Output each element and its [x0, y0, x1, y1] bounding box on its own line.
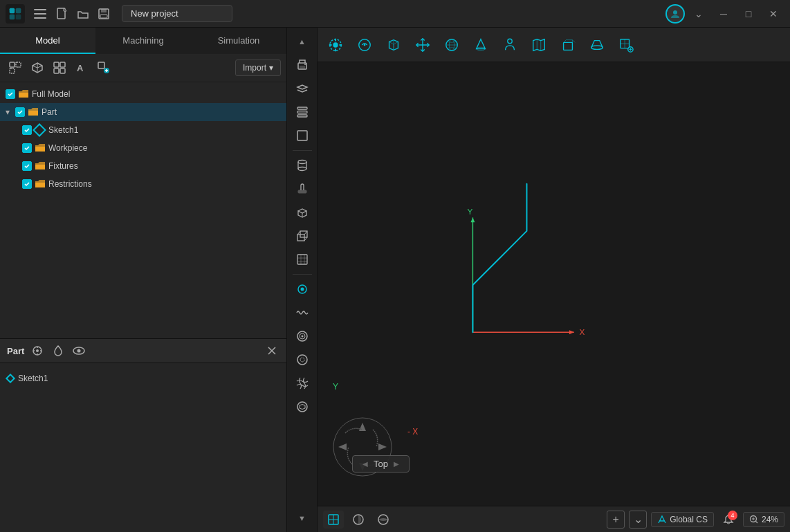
add-tool-button[interactable] [614, 33, 639, 57]
props-header: Part [0, 339, 286, 363]
maximize-button[interactable]: □ [737, 4, 760, 24]
side-toolbar: ▲ [287, 28, 318, 532]
tree-item-workpiece[interactable]: Workpiece [0, 139, 286, 157]
tree-item-full-model[interactable]: Full Model [0, 85, 286, 103]
tree-item-sketch1[interactable]: Sketch1 [0, 121, 286, 139]
view-prev-arrow[interactable]: ◀ [362, 460, 368, 468]
checkbox-restrictions[interactable] [22, 179, 32, 189]
box-button[interactable] [555, 33, 580, 57]
layers-button[interactable] [290, 77, 315, 100]
cs-selector[interactable]: Global CS [651, 512, 714, 527]
camera3-button[interactable] [290, 396, 315, 418]
side-separator-2 [293, 274, 312, 275]
scroll-down-button[interactable]: ▼ [290, 507, 315, 529]
square-button[interactable] [290, 125, 315, 147]
sphere-button[interactable] [439, 33, 464, 57]
props-close-button[interactable] [264, 343, 279, 358]
svg-rect-32 [297, 131, 307, 140]
cone-button[interactable] [468, 33, 493, 57]
material-button[interactable] [373, 511, 394, 529]
svg-point-23 [36, 349, 39, 352]
tab-machining[interactable]: Machining [95, 28, 191, 54]
tree-item-fixtures[interactable]: Fixtures [0, 157, 286, 175]
user-avatar[interactable] [665, 4, 685, 24]
viewport-toolbar [318, 28, 790, 62]
tree-label-fixtures: Fixtures [48, 161, 78, 171]
svg-point-50 [364, 44, 366, 46]
map-button[interactable] [526, 33, 551, 57]
save-button[interactable] [94, 4, 113, 24]
svg-rect-29 [297, 107, 307, 109]
props-water-button[interactable] [50, 343, 66, 358]
view-label: ◀ Top ▶ [352, 455, 410, 473]
add-cs-button[interactable]: + [607, 511, 625, 529]
cs-dropdown-button[interactable]: ⌄ [629, 511, 647, 529]
point-button[interactable] [290, 278, 315, 300]
import-button[interactable]: Import ▾ [235, 59, 281, 76]
props-visibility-button[interactable] [71, 343, 86, 358]
box3d-button[interactable] [290, 225, 315, 247]
text-tool-button[interactable]: A [72, 58, 91, 77]
folder-icon-workpiece [35, 143, 46, 153]
tree-view[interactable]: Full Model ▾ Part [0, 82, 286, 338]
new-file-button[interactable] [53, 4, 72, 24]
tree-item-restrictions[interactable]: Restrictions [0, 175, 286, 193]
measure-button[interactable] [352, 33, 377, 57]
svg-rect-9 [101, 9, 107, 12]
svg-rect-2 [10, 14, 15, 19]
lathe-button[interactable] [585, 33, 609, 57]
chevron-button[interactable]: ⌄ [688, 4, 710, 24]
viewport: X Y [318, 28, 790, 532]
tab-bar: Model Machining Simulation [0, 28, 286, 54]
tree-arrow-part[interactable]: ▾ [6, 107, 14, 117]
svg-rect-15 [54, 62, 59, 67]
tab-model[interactable]: Model [0, 28, 95, 54]
app-logo [6, 4, 25, 24]
checkbox-workpiece[interactable] [22, 143, 32, 153]
move-button[interactable] [410, 33, 435, 57]
transform-button[interactable] [381, 33, 406, 57]
tree-item-part[interactable]: ▾ Part [0, 103, 286, 121]
solid-button[interactable] [348, 511, 369, 529]
grid-view-button[interactable] [50, 58, 69, 77]
grid-btn[interactable] [290, 372, 315, 394]
close-button[interactable]: ✕ [762, 4, 784, 24]
checkbox-full-model[interactable] [6, 89, 15, 99]
add-item-button[interactable] [94, 58, 113, 77]
main-area: Model Machining Simulation [0, 28, 790, 532]
person-button[interactable] [497, 33, 522, 57]
svg-point-28 [304, 64, 306, 65]
open-file-button[interactable] [73, 4, 93, 24]
checkbox-fixtures[interactable] [22, 161, 32, 171]
wave-button[interactable] [290, 302, 315, 324]
project-name[interactable]: New project [122, 5, 232, 22]
minimize-button[interactable]: ─ [713, 4, 735, 24]
svg-text:X: X [580, 327, 585, 336]
canvas-area[interactable]: X Y [318, 62, 790, 506]
props-settings-button[interactable] [30, 343, 45, 358]
print-button[interactable] [290, 54, 315, 76]
extrude-button[interactable] [290, 201, 315, 223]
menu-button[interactable] [30, 4, 50, 24]
view-next-arrow[interactable]: ▶ [394, 460, 399, 468]
svg-rect-27 [300, 66, 305, 68]
notifications-button[interactable]: 4 [718, 511, 739, 529]
wireframe-button[interactable] [323, 511, 344, 529]
props-content: Sketch1 [0, 363, 286, 394]
checkbox-sketch1[interactable] [22, 125, 32, 135]
folder-icon [18, 89, 29, 99]
hatch-button[interactable] [290, 248, 315, 270]
3d-view-button[interactable] [28, 58, 47, 77]
cylinder-button[interactable] [290, 154, 315, 176]
select-tool-button[interactable] [6, 58, 25, 77]
snap-button[interactable] [323, 33, 348, 57]
stack-button[interactable] [290, 101, 315, 123]
tab-simulation[interactable]: Simulation [191, 28, 286, 54]
props-sketch-item: Sketch1 [7, 369, 279, 388]
scroll-up-button[interactable]: ▲ [290, 30, 315, 53]
camera2-button[interactable] [290, 349, 315, 371]
camera1-button[interactable] [290, 325, 315, 347]
stamp-button[interactable] [290, 178, 315, 200]
svg-point-43 [301, 336, 303, 338]
checkbox-part[interactable] [15, 107, 25, 117]
